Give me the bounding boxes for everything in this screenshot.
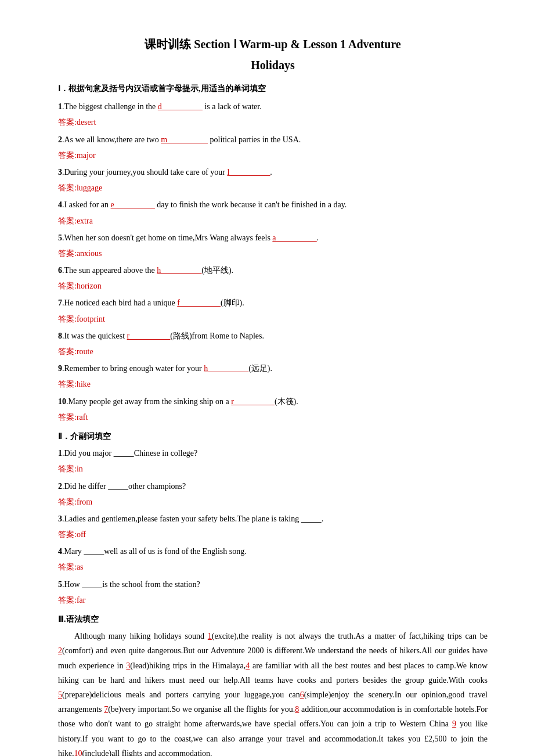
question-1: 1.The biggest challenge in the d________… — [58, 99, 488, 114]
section3-paragraph: Although many hiking holidays sound 1(ex… — [58, 629, 488, 756]
question-10: 10.Many people get away from the sinking… — [58, 394, 488, 409]
section2-questions: 1.Did you major Chinese in college? 答案:i… — [58, 446, 488, 607]
question-8: 8.It was the quickest r__________(路线)fro… — [58, 329, 488, 343]
section3-header: Ⅲ.语法填空 — [58, 612, 488, 627]
question-2: 2.As we all know,there are two m________… — [58, 132, 488, 147]
page-title: 课时训练 Section Ⅰ Warm-up & Lesson 1 Advent… — [58, 35, 488, 74]
s2-question-1: 1.Did you major Chinese in college? — [58, 446, 488, 460]
question-5: 5.When her son doesn't get home on time,… — [58, 231, 488, 245]
question-9: 9.Remember to bring enough water for you… — [58, 361, 488, 376]
section1-header: Ⅰ．根据句意及括号内汉语或首字母提示,用适当的单词填空 — [58, 81, 488, 96]
question-3: 3.During your journey,you should take ca… — [58, 165, 488, 179]
question-7: 7.He noticed each bird had a unique f___… — [58, 296, 488, 310]
section1-questions: 1.The biggest challenge in the d________… — [58, 99, 488, 424]
s2-question-4: 4.Mary well as all of us is fond of the … — [58, 544, 488, 559]
s2-question-3: 3.Ladies and gentlemen,please fasten you… — [58, 512, 488, 526]
question-6: 6.The sun appeared above the h__________… — [58, 263, 488, 278]
s2-question-5: 5.How is the school from the station? — [58, 577, 488, 592]
question-4: 4.I asked for an e__________ day to fini… — [58, 197, 488, 212]
section2-header: Ⅱ．介副词填空 — [58, 429, 488, 444]
s2-question-2: 2.Did he differ other champions? — [58, 479, 488, 494]
